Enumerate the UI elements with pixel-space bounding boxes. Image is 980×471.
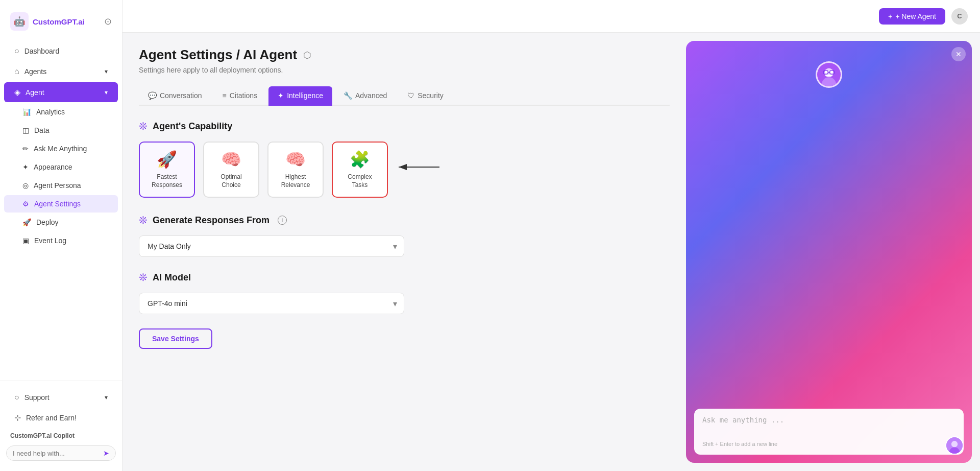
logo-area: 🤖 CustomGPT.ai ⊙ (0, 8, 122, 41)
appearance-icon: ✦ (22, 163, 29, 171)
sidebar-item-label: Agents (24, 67, 47, 76)
svg-text:🤖: 🤖 (14, 16, 26, 27)
sidebar-item-label: Event Log (34, 237, 66, 245)
sidebar-item-data[interactable]: ◫ Data (4, 122, 118, 139)
settings-icon: ⚙ (22, 200, 29, 208)
fastest-icon: 🚀 (157, 150, 177, 169)
sidebar-item-deploy[interactable]: 🚀 Deploy (4, 214, 118, 231)
tab-label: Security (418, 91, 444, 100)
sidebar-item-refer[interactable]: ⊹ Refer and Earn! (4, 408, 118, 428)
capability-card-highest[interactable]: 🧠 HighestRelevance (267, 142, 324, 198)
tab-label: Conversation (160, 91, 202, 100)
sidebar-item-appearance[interactable]: ✦ Appearance (4, 158, 118, 176)
sidebar-item-label: Deploy (36, 218, 59, 226)
ai-model-select[interactable]: GPT-4o mini GPT-4o GPT-4 GPT-3.5 Turbo (139, 293, 404, 314)
chat-input-footer: Shift + Enter to add a new line ➤ (702, 438, 955, 450)
sidebar-bottom: ○ Support ▾ ⊹ Refer and Earn! CustomGPT.… (0, 381, 122, 463)
bottom-avatar[interactable] (945, 436, 964, 455)
sidebar-item-label: Agent Persona (34, 181, 81, 190)
advanced-icon: 🔧 (344, 91, 352, 100)
sidebar-item-agent[interactable]: ◈ Agent ▾ (4, 82, 118, 102)
sidebar-item-label: Refer and Earn! (26, 414, 77, 422)
page-header: Agent Settings / AI Agent ⬡ (139, 47, 670, 63)
topbar: + + New Agent C (122, 0, 980, 33)
sparkle-icon: ❊ (139, 120, 148, 132)
generate-select[interactable]: My Data Only My Data + AI Knowledge AI K… (139, 236, 404, 257)
app-name: CustomGPT.ai (33, 17, 85, 26)
optimal-icon: 🧠 (221, 150, 241, 169)
sidebar-item-label: Dashboard (24, 47, 60, 55)
capability-card-complex[interactable]: 🧩 ComplexTasks (332, 142, 388, 198)
sparkle-icon-3: ❊ (139, 271, 148, 284)
logo-icon: 🤖 (10, 12, 29, 31)
sidebar-item-agents[interactable]: ⌂ Agents ▾ (4, 62, 118, 81)
chat-input[interactable] (702, 416, 955, 432)
user-avatar[interactable]: C (951, 8, 968, 25)
info-icon[interactable]: i (278, 216, 287, 225)
deploy-icon: 🚀 (22, 218, 31, 226)
sidebar-item-analytics[interactable]: 📊 Analytics (4, 103, 118, 121)
sparkle-icon-2: ❊ (139, 214, 148, 226)
capability-card-fastest[interactable]: 🚀 FastestResponses (139, 142, 195, 198)
copilot-input[interactable] (13, 450, 103, 457)
sidebar-item-agent-persona[interactable]: ◎ Agent Persona (4, 177, 118, 194)
tab-intelligence[interactable]: ✦ Intelligence (268, 86, 332, 106)
support-icon: ○ (14, 393, 19, 402)
ai-model-select-wrap: GPT-4o mini GPT-4o GPT-4 GPT-3.5 Turbo ▾ (139, 293, 404, 314)
arrow-indicator (396, 162, 442, 172)
save-settings-button[interactable]: Save Settings (139, 328, 212, 349)
page-title: Agent Settings / AI Agent (139, 47, 297, 63)
sidebar-item-label: Analytics (36, 108, 65, 116)
generate-section-header: ❊ Generate Responses From i (139, 214, 670, 226)
chevron-down-icon: ▾ (105, 68, 108, 75)
sidebar-item-support[interactable]: ○ Support ▾ (4, 388, 118, 407)
sidebar-item-event-log[interactable]: ▣ Event Log (4, 232, 118, 249)
capability-cards: 🚀 FastestResponses 🧠 OptimalChoice 🧠 Hig… (139, 142, 670, 198)
complex-label: ComplexTasks (348, 173, 372, 189)
chevron-down-icon: ▾ (105, 394, 108, 401)
content-area: Agent Settings / AI Agent ⬡ Settings her… (122, 33, 980, 471)
citations-icon: ≡ (223, 91, 227, 100)
sidebar-item-dashboard[interactable]: ○ Dashboard (4, 41, 118, 61)
tab-label: Intelligence (287, 91, 323, 100)
svg-point-14 (951, 441, 958, 447)
sidebar-item-label: Agent (26, 88, 44, 97)
sidebar-item-label: Agent Settings (34, 200, 81, 208)
clock-icon: ⊙ (104, 16, 112, 27)
dashboard-icon: ○ (14, 46, 19, 56)
chat-close-button[interactable]: ✕ (951, 47, 966, 61)
copilot-label: CustomGPT.ai Copilot (0, 428, 122, 443)
page-subtitle: Settings here apply to all deployment op… (139, 66, 670, 74)
copilot-input-wrap: ➤ (6, 445, 116, 461)
capability-section-header: ❊ Agent's Capability (139, 120, 670, 132)
generate-title: Generate Responses From (153, 215, 270, 226)
share-icon[interactable]: ⬡ (303, 50, 311, 61)
svg-rect-9 (825, 75, 832, 76)
data-icon: ◫ (22, 126, 29, 134)
highest-label: HighestRelevance (281, 173, 310, 189)
sidebar-item-label: Support (24, 393, 50, 402)
sidebar: 🤖 CustomGPT.ai ⊙ ○ Dashboard ⌂ Agents ▾ … (0, 0, 122, 471)
capability-card-optimal[interactable]: 🧠 OptimalChoice (203, 142, 259, 198)
chat-panel: ✕ (686, 41, 972, 463)
tab-citations[interactable]: ≡ Citations (213, 86, 267, 106)
tab-advanced[interactable]: 🔧 Advanced (334, 86, 396, 106)
sidebar-item-label: Data (34, 126, 50, 134)
tab-security[interactable]: 🛡 Security (398, 86, 453, 106)
chat-hint: Shift + Enter to add a new line (702, 441, 777, 447)
copilot-send-icon[interactable]: ➤ (103, 449, 109, 457)
chevron-down-icon: ▾ (105, 89, 108, 96)
sidebar-item-ask-me-anything[interactable]: ✏ Ask Me Anything (4, 140, 118, 157)
chat-widget: ✕ (686, 41, 972, 463)
refer-icon: ⊹ (14, 413, 21, 422)
ai-model-title: AI Model (153, 272, 191, 283)
plus-icon: + (888, 12, 892, 20)
sidebar-item-label: Ask Me Anything (34, 145, 87, 153)
settings-panel: Agent Settings / AI Agent ⬡ Settings her… (122, 33, 686, 471)
new-agent-button[interactable]: + + New Agent (879, 8, 945, 25)
chat-input-area: Shift + Enter to add a new line ➤ (694, 409, 964, 455)
analytics-icon: 📊 (22, 108, 31, 116)
chat-agent-avatar (816, 61, 842, 88)
tab-conversation[interactable]: 💬 Conversation (139, 86, 211, 106)
sidebar-item-agent-settings[interactable]: ⚙ Agent Settings (4, 195, 118, 213)
